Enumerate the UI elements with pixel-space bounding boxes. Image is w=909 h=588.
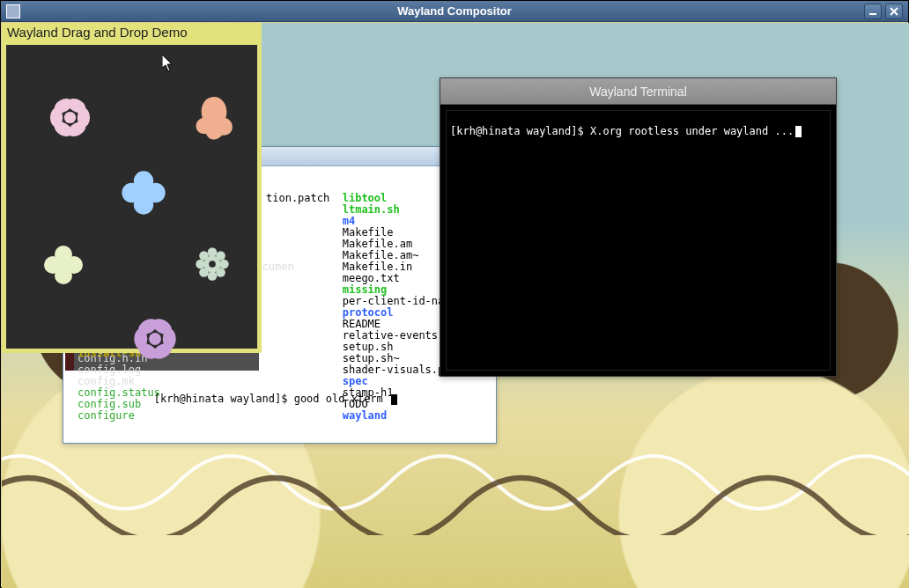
titlebar[interactable]: Wayland Compositor	[1, 1, 908, 22]
wl-cursor	[795, 126, 802, 137]
svg-point-9	[64, 112, 76, 123]
wl-prompt: [krh@hinata wayland]$	[450, 125, 590, 137]
svg-point-29	[209, 261, 216, 268]
draggable-flower[interactable]	[46, 93, 94, 142]
app-icon	[6, 4, 20, 18]
close-button[interactable]	[885, 4, 903, 19]
svg-point-20	[219, 260, 229, 269]
xterm-cursor	[391, 394, 397, 405]
svg-rect-0	[869, 13, 876, 15]
window-title: Wayland Compositor	[1, 4, 908, 18]
svg-point-22	[208, 271, 218, 281]
svg-point-19	[56, 258, 70, 272]
svg-point-26	[208, 247, 218, 257]
dnd-canvas[interactable]	[6, 45, 257, 349]
dnd-title[interactable]: Wayland Drag and Drop Demo	[2, 23, 262, 45]
dnd-window[interactable]: Wayland Drag and Drop Demo	[2, 23, 262, 353]
draggable-flower[interactable]	[188, 89, 240, 142]
xterm-command: good old xterm	[294, 393, 389, 405]
desktop[interactable]: krh@hinata:~/src/wayland	[2, 23, 909, 588]
minimize-button[interactable]	[864, 4, 882, 19]
draggable-flower[interactable]	[41, 243, 85, 287]
wayland-terminal-body[interactable]: [krh@hinata wayland]$ X.org rootless und…	[446, 110, 831, 371]
xterm-prompt: [krh@hinata wayland]$	[154, 393, 294, 405]
svg-point-36	[149, 333, 161, 345]
svg-point-14	[136, 185, 152, 201]
wayland-terminal-titlebar[interactable]: Wayland Terminal	[440, 78, 836, 105]
svg-point-24	[196, 260, 205, 269]
draggable-flower[interactable]	[191, 243, 233, 285]
wl-line: X.org rootless under wayland ...	[590, 125, 794, 137]
wayland-terminal-window[interactable]: Wayland Terminal [krh@hinata wayland]$ X…	[440, 77, 837, 377]
app-window: Wayland Compositor krh@hinata:~/src/wayl…	[0, 0, 909, 588]
wayland-terminal-title: Wayland Terminal	[589, 85, 687, 99]
window-controls	[864, 4, 908, 19]
draggable-flower[interactable]	[119, 168, 168, 217]
draggable-flower[interactable]	[129, 313, 181, 364]
